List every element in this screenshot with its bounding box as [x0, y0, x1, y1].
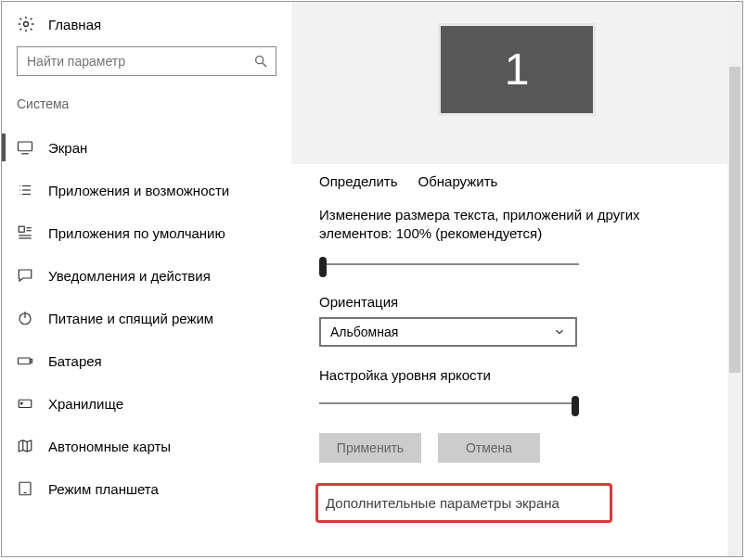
svg-rect-19 [31, 360, 32, 363]
nav-item-apps[interactable]: Приложения и возможности [2, 169, 291, 211]
nav-item-display[interactable]: Экран [2, 126, 291, 169]
slider-thumb[interactable] [572, 396, 579, 416]
slider-track [319, 402, 579, 404]
nav-item-battery[interactable]: Батарея [2, 339, 291, 382]
default-apps-icon [17, 224, 33, 241]
search-box[interactable] [17, 46, 277, 76]
nav-list: Экран Приложения и возможности [2, 126, 291, 510]
svg-line-2 [263, 63, 266, 67]
svg-point-0 [24, 22, 29, 27]
home-label: Главная [48, 17, 101, 32]
scroll-thumb[interactable] [729, 67, 740, 373]
scrollbar[interactable] [727, 2, 742, 556]
advanced-display-link[interactable]: Дополнительные параметры экрана [326, 495, 560, 511]
nav-item-power[interactable]: Питание и спящий режим [2, 297, 291, 339]
nav-label: Экран [48, 140, 87, 156]
storage-icon [17, 395, 33, 412]
nav-item-tablet[interactable]: Режим планшета [2, 467, 291, 510]
cancel-button[interactable]: Отмена [438, 433, 540, 463]
button-row: Применить Отмена [319, 433, 714, 463]
svg-rect-18 [19, 358, 31, 364]
scale-section: Изменение размера текста, приложений и д… [291, 189, 742, 463]
nav-label: Хранилище [48, 396, 123, 412]
slider-thumb[interactable] [319, 257, 327, 277]
svg-rect-11 [19, 226, 24, 232]
chat-icon [17, 267, 33, 284]
chevron-down-icon [553, 325, 566, 338]
monitor-icon [17, 139, 33, 156]
search-icon [253, 54, 268, 69]
scale-label: Изменение размера текста, приложений и д… [319, 206, 714, 244]
right-pane: 1 Определить Обнаружить Изменение размер… [291, 2, 742, 556]
nav-label: Режим планшета [48, 481, 159, 497]
advanced-settings-highlight: Дополнительные параметры экрана [315, 483, 612, 523]
nav-item-storage[interactable]: Хранилище [2, 382, 291, 425]
svg-point-21 [20, 402, 22, 404]
nav-label: Приложения по умолчанию [48, 225, 225, 241]
nav-label: Питание и спящий режим [48, 311, 213, 326]
nav-label: Приложения и возможности [48, 183, 229, 198]
gear-icon [17, 15, 35, 33]
svg-point-1 [256, 57, 264, 64]
search-input[interactable] [25, 53, 238, 70]
map-icon [17, 438, 33, 454]
nav-item-notifications[interactable]: Уведомления и действия [2, 254, 291, 297]
detect-link[interactable]: Обнаружить [418, 173, 498, 189]
nav-label: Батарея [48, 353, 102, 369]
nav-label: Автономные карты [48, 439, 171, 454]
monitor-1[interactable]: 1 [438, 23, 596, 116]
apply-button[interactable]: Применить [319, 433, 421, 463]
home-row[interactable]: Главная [2, 2, 291, 43]
brightness-slider[interactable] [319, 394, 579, 413]
tablet-icon [17, 480, 33, 497]
nav-item-default-apps[interactable]: Приложения по умолчанию [2, 211, 291, 254]
list-icon [17, 182, 33, 198]
settings-window: Главная Система Экран [1, 1, 743, 557]
slider-track [319, 263, 579, 265]
scale-slider[interactable] [319, 255, 579, 274]
svg-rect-3 [19, 142, 32, 151]
detect-row: Определить Обнаружить [291, 164, 742, 189]
monitor-number: 1 [505, 44, 530, 95]
left-pane: Главная Система Экран [2, 2, 291, 556]
orientation-dropdown[interactable]: Альбомная [319, 317, 577, 347]
category-label: Система [2, 76, 291, 121]
power-icon [17, 310, 33, 326]
orientation-label: Ориентация [319, 294, 714, 310]
nav-label: Уведомления и действия [48, 268, 211, 284]
battery-icon [17, 352, 33, 369]
brightness-label: Настройка уровня яркости [319, 367, 714, 383]
orientation-value: Альбомная [330, 325, 398, 339]
identify-link[interactable]: Определить [319, 173, 398, 189]
nav-item-maps[interactable]: Автономные карты [2, 425, 291, 467]
monitor-arrangement[interactable]: 1 [291, 2, 742, 164]
